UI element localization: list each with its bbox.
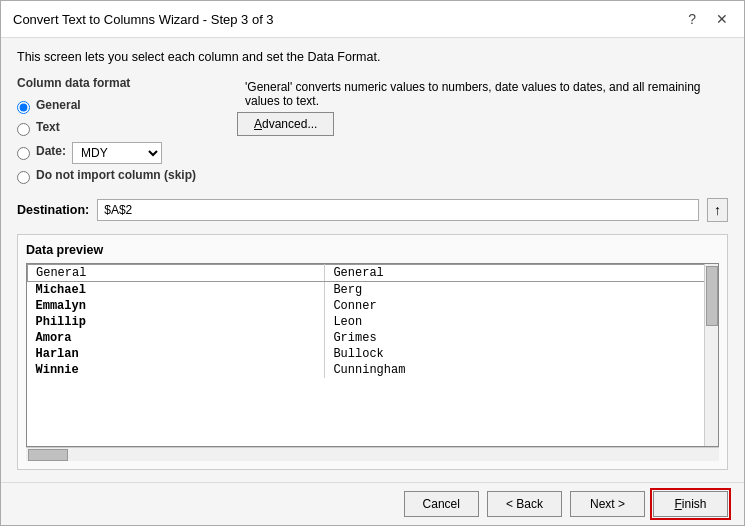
table-row: Michael Berg <box>28 282 718 299</box>
cell-emmalyn: Emmalyn <box>28 298 325 314</box>
cell-phillip: Phillip <box>28 314 325 330</box>
table-row: Phillip Leon <box>28 314 718 330</box>
finish-underline: F <box>674 497 681 511</box>
advanced-button[interactable]: Advanced... <box>237 112 334 136</box>
skip-radio[interactable] <box>17 171 30 184</box>
finish-button[interactable]: Finish <box>653 491 728 517</box>
upload-icon: ↑ <box>714 202 721 218</box>
destination-input[interactable] <box>97 199 699 221</box>
close-button[interactable]: ✕ <box>712 9 732 29</box>
cancel-button[interactable]: Cancel <box>404 491 479 517</box>
advanced-btn-area: Advanced... <box>237 112 334 140</box>
destination-row: Destination: ↑ <box>17 198 728 222</box>
title-bar: Convert Text to Columns Wizard - Step 3 … <box>1 1 744 38</box>
format-description: 'General' converts numeric values to num… <box>237 76 728 112</box>
cell-berg: Berg <box>325 282 718 299</box>
scrollbar-thumb <box>706 266 718 326</box>
cell-winnie: Winnie <box>28 362 325 378</box>
cell-leon: Leon <box>325 314 718 330</box>
table-row: Winnie Cunningham <box>28 362 718 378</box>
skip-radio-row: Do not import column (skip) <box>17 168 217 186</box>
skip-label: Do not import column (skip) <box>36 168 196 182</box>
dialog-title: Convert Text to Columns Wizard - Step 3 … <box>13 12 274 27</box>
preview-section: Data preview General General Michael Ber… <box>17 234 728 470</box>
format-options: Column data format General Text Date: MD… <box>17 76 217 186</box>
cell-amora: Amora <box>28 330 325 346</box>
general-radio[interactable] <box>17 101 30 114</box>
general-label: General <box>36 98 81 112</box>
date-radio[interactable] <box>17 147 30 160</box>
preview-header-row: General General <box>28 265 718 282</box>
preview-label: Data preview <box>26 243 719 257</box>
horizontal-scrollbar[interactable] <box>26 447 719 461</box>
header-col2: General <box>325 265 718 282</box>
cell-conner: Conner <box>325 298 718 314</box>
text-radio-row: Text <box>17 120 217 138</box>
next-button[interactable]: Next > <box>570 491 645 517</box>
hscrollbar-thumb <box>28 449 68 461</box>
text-label: Text <box>36 120 60 134</box>
title-bar-controls: ? ✕ <box>684 9 732 29</box>
advanced-rest: dvanced... <box>262 117 317 131</box>
right-panel: 'General' converts numeric values to num… <box>237 76 728 140</box>
main-content: This screen lets you select each column … <box>1 38 744 482</box>
preview-table: General General Michael Berg Emmalyn Con… <box>27 264 718 378</box>
date-radio-row: Date: MDY DMY YMD <box>17 142 217 164</box>
preview-table-container: General General Michael Berg Emmalyn Con… <box>26 263 719 447</box>
cell-bullock: Bullock <box>325 346 718 362</box>
date-select[interactable]: MDY DMY YMD <box>72 142 162 164</box>
cell-michael: Michael <box>28 282 325 299</box>
general-radio-row: General <box>17 98 217 116</box>
cell-cunningham: Cunningham <box>325 362 718 378</box>
cell-harlan: Harlan <box>28 346 325 362</box>
table-row: Emmalyn Conner <box>28 298 718 314</box>
back-button[interactable]: < Back <box>487 491 562 517</box>
destination-label: Destination: <box>17 203 89 217</box>
text-radio[interactable] <box>17 123 30 136</box>
footer: Cancel < Back Next > Finish <box>1 482 744 525</box>
column-format-label: Column data format <box>17 76 217 90</box>
cell-grimes: Grimes <box>325 330 718 346</box>
date-label: Date: <box>36 144 66 158</box>
next-label: Next > <box>590 497 625 511</box>
dialog: Convert Text to Columns Wizard - Step 3 … <box>0 0 745 526</box>
destination-icon-button[interactable]: ↑ <box>707 198 728 222</box>
vertical-scrollbar[interactable] <box>704 264 718 446</box>
header-col1: General <box>28 265 325 282</box>
table-row: Amora Grimes <box>28 330 718 346</box>
advanced-underline: A <box>254 117 262 131</box>
help-button[interactable]: ? <box>684 9 700 29</box>
column-format-section: Column data format General Text Date: MD… <box>17 76 728 186</box>
table-row: Harlan Bullock <box>28 346 718 362</box>
cancel-label: Cancel <box>423 497 460 511</box>
finish-rest: inish <box>682 497 707 511</box>
back-label: < Back <box>506 497 543 511</box>
description-text: This screen lets you select each column … <box>17 50 728 64</box>
